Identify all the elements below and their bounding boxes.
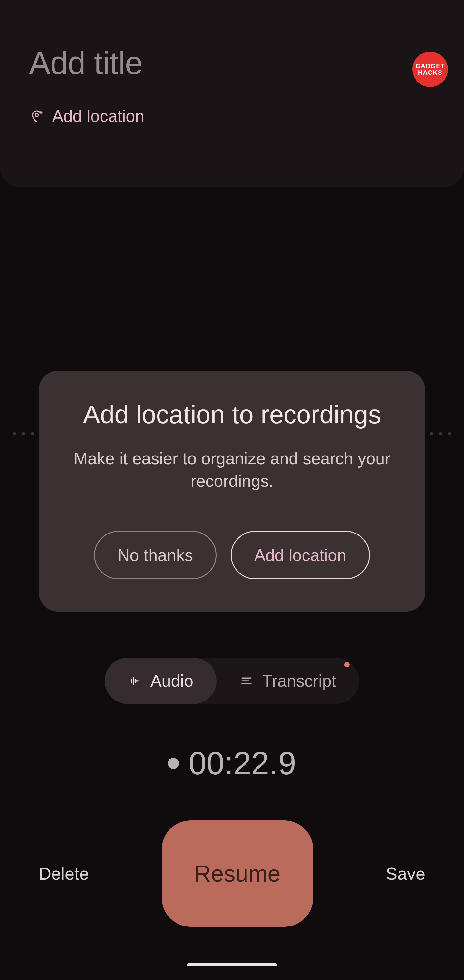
add-location-icon — [29, 108, 44, 124]
delete-button[interactable]: Delete — [39, 864, 89, 884]
dialog-title: Add location to recordings — [68, 400, 396, 430]
brand-badge: GADGET HACKS — [412, 52, 448, 87]
add-location-label: Add location — [52, 107, 145, 126]
tab-audio-label: Audio — [151, 671, 193, 690]
header-card: Add title Add location — [0, 0, 464, 187]
svg-point-0 — [35, 113, 38, 116]
save-button[interactable]: Save — [386, 864, 425, 884]
bottom-controls: Delete Resume Save — [0, 819, 464, 928]
timer: 00:22.9 — [0, 745, 464, 782]
home-indicator[interactable] — [187, 963, 277, 966]
lines-icon — [240, 674, 253, 687]
resume-button[interactable]: Resume — [162, 821, 313, 927]
tab-transcript[interactable]: Transcript — [216, 658, 359, 704]
add-location-dialog-button[interactable]: Add location — [231, 531, 370, 579]
tab-transcript-label: Transcript — [262, 671, 336, 690]
brand-line1: GADGET — [415, 63, 445, 69]
tab-audio[interactable]: Audio — [105, 658, 216, 704]
brand-line2: HACKS — [415, 69, 445, 76]
no-thanks-button[interactable]: No thanks — [94, 531, 216, 579]
timer-value: 00:22.9 — [189, 745, 296, 782]
recorder-screen: Add title Add location GADGET HACKS — [0, 0, 464, 980]
dialog-body: Make it easier to organize and search yo… — [68, 447, 396, 492]
location-permission-dialog: Add location to recordings Make it easie… — [39, 371, 425, 611]
view-toggle: Audio Transcript — [105, 658, 359, 704]
dialog-actions: No thanks Add location — [68, 531, 396, 579]
record-indicator-icon — [168, 758, 179, 769]
title-input[interactable]: Add title — [29, 45, 435, 81]
waveform-icon — [128, 674, 141, 687]
transcript-indicator-dot — [345, 662, 350, 667]
add-location-button[interactable]: Add location — [29, 107, 435, 126]
